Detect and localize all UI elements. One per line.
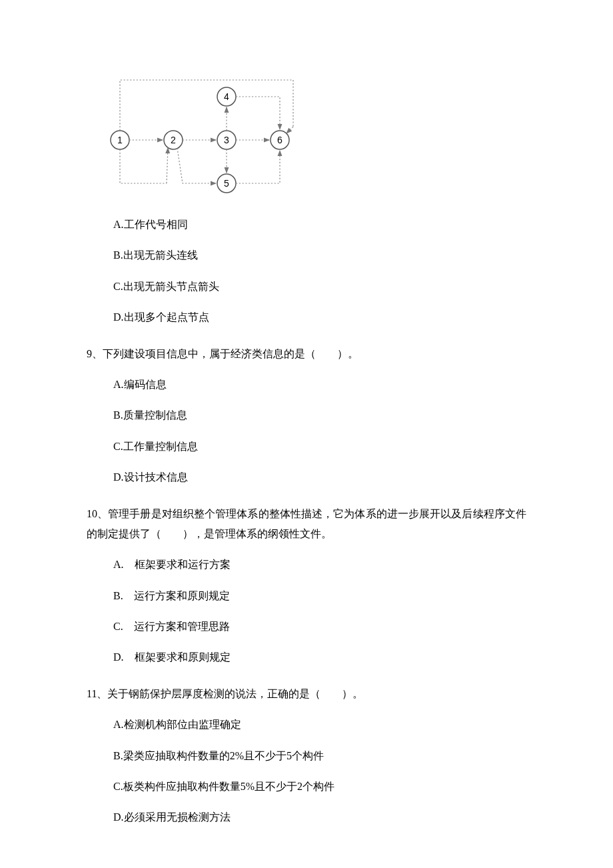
q11-stem: 11、关于钢筋保护层厚度检测的说法，正确的是（ ）。 (87, 684, 526, 704)
q8-option-b: B.出现无箭头连线 (113, 245, 526, 265)
node-1-label: 1 (117, 135, 123, 145)
q11: 11、关于钢筋保护层厚度检测的说法，正确的是（ ）。 (87, 684, 526, 704)
q10-option-a: A. 框架要求和运行方案 (113, 555, 526, 575)
q8-option-c: C.出现无箭头节点箭头 (113, 277, 526, 297)
q10: 10、管理手册是对组织整个管理体系的整体性描述，它为体系的进一步展开以及后续程序… (87, 504, 526, 545)
q11-options: A.检测机构部位由监理确定 B.梁类应抽取构件数量的2%且不少于5个构件 C.板… (113, 715, 526, 828)
q10-options: A. 框架要求和运行方案 B. 运行方案和原则规定 C. 运行方案和管理思路 D… (113, 555, 526, 668)
q9-option-a: A.编码信息 (113, 375, 526, 395)
q9-option-c: C.工作量控制信息 (113, 437, 526, 457)
q9: 9、下列建设项目信息中，属于经济类信息的是（ ）。 (87, 344, 526, 364)
node-6-label: 6 (277, 135, 283, 145)
q9-stem: 9、下列建设项目信息中，属于经济类信息的是（ ）。 (87, 344, 526, 364)
q9-options: A.编码信息 B.质量控制信息 C.工作量控制信息 D.设计技术信息 (113, 375, 526, 488)
q9-option-d: D.设计技术信息 (113, 467, 526, 487)
q10-option-b: B. 运行方案和原则规定 (113, 586, 526, 606)
q11-option-b: B.梁类应抽取构件数量的2%且不少于5个构件 (113, 746, 526, 766)
q8-options: A.工作代号相同 B.出现无箭头连线 C.出现无箭头节点箭头 D.出现多个起点节… (113, 215, 526, 328)
q8-option-a: A.工作代号相同 (113, 215, 526, 235)
q10-option-c: C. 运行方案和管理思路 (113, 617, 526, 637)
svg-line-9 (287, 127, 293, 133)
q11-option-a: A.检测机构部位由监理确定 (113, 715, 526, 735)
q10-stem: 10、管理手册是对组织整个管理体系的整体性描述，它为体系的进一步展开以及后续程序… (87, 504, 526, 545)
q10-option-d: D. 框架要求和原则规定 (113, 647, 526, 667)
q8-option-d: D.出现多个起点节点 (113, 307, 526, 327)
node-2-label: 2 (171, 135, 176, 145)
q11-option-c: C.板类构件应抽取构件数量5%且不少于2个构件 (113, 777, 526, 797)
q9-option-b: B.质量控制信息 (113, 405, 526, 425)
node-5-label: 5 (224, 178, 229, 189)
svg-line-12 (167, 148, 168, 183)
network-diagram: 1 2 3 4 5 6 (107, 73, 526, 193)
q11-option-d: D.必须采用无损检测方法 (113, 807, 526, 827)
node-3-label: 3 (224, 135, 229, 145)
node-4-label: 4 (224, 91, 229, 102)
